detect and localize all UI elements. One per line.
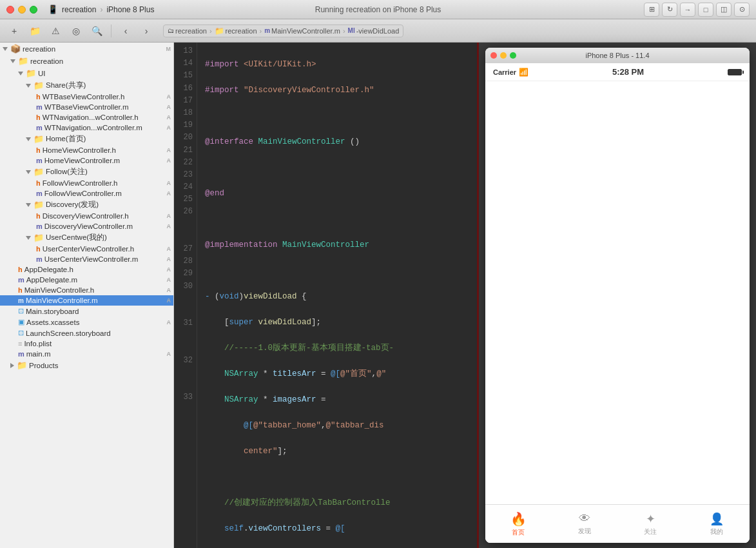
sidebar-item-DiscoveryViewController-m[interactable]: m DiscoveryViewController.m A	[0, 221, 173, 231]
title-bar-right[interactable]: ⊞ ↻ → □ ◫ ⊙	[644, 3, 756, 17]
search-button[interactable]: 🔍	[88, 22, 106, 40]
code-line-24: //-----1.0版本更新-基本项目搭建-tab页-	[205, 342, 471, 355]
root-label: recreation	[23, 45, 166, 53]
folder-button[interactable]: 📁	[26, 22, 44, 40]
sidebar-item-UserCenterViewController-m[interactable]: m UserCenterViewController.m A	[0, 254, 173, 264]
sidebar-item-MainViewController-m[interactable]: m MainViewController.m A	[0, 295, 173, 306]
m-icon: m	[18, 297, 24, 304]
minimize-button[interactable]	[18, 6, 26, 14]
sim-close-button[interactable]	[490, 52, 497, 59]
sim-max-button[interactable]	[510, 52, 516, 59]
sidebar-item-UserCenterViewController-h[interactable]: h UserCenterViewController.h A	[0, 244, 173, 254]
sim-controls[interactable]	[490, 52, 516, 59]
sidebar-item-LaunchScreen-storyboard[interactable]: ⊡ LaunchScreen.storyboard	[0, 328, 173, 338]
sidebar-item-group-usercenter[interactable]: 📁 UserCentwe(我的)	[0, 231, 173, 244]
expand-icon[interactable]	[26, 170, 31, 174]
sidebar-item-group-ui[interactable]: 📁 UI	[0, 67, 173, 79]
m-icon: m	[36, 255, 43, 263]
folder-icon: 📁	[17, 360, 27, 370]
tab-discovery-icon: 👁	[579, 512, 590, 525]
carrier-text: Carrier	[493, 68, 516, 76]
code-line-29: self.viewControllers = @[	[205, 522, 471, 535]
code-content: 13 14 15 16 17 18 19 20 21 22 23 24 25 2…	[174, 43, 479, 548]
sidebar-item-group-discovery[interactable]: 📁 Discovery(发现)	[0, 199, 173, 211]
time-text: 5:28 PM	[612, 67, 644, 77]
expand-icon[interactable]	[18, 72, 23, 75]
sidebar-item-AppDelegate-m[interactable]: m AppDelegate.m A	[0, 275, 173, 285]
file-UserCenterViewController-h-label: UserCenterViewController.h	[43, 245, 167, 253]
expand-icon[interactable]	[26, 203, 31, 207]
assistant-editor-button[interactable]: ⊙	[734, 3, 750, 17]
expand-icon[interactable]	[26, 137, 31, 141]
group-ui-label: UI	[38, 70, 173, 77]
maximize-button[interactable]	[30, 6, 37, 14]
add-file-button[interactable]: +	[5, 22, 23, 40]
expand-icon[interactable]	[10, 59, 15, 63]
expand-icon[interactable]	[26, 236, 31, 240]
folder-icon: 📁	[18, 56, 28, 66]
code-lines[interactable]: #import <UIKit/UIKit.h> #import "Discove…	[197, 43, 479, 548]
window-controls[interactable]	[0, 6, 37, 14]
sidebar-item-Main-storyboard[interactable]: ⊡ Main.storyboard	[0, 306, 173, 317]
sidebar-item-root-recreation[interactable]: 📦 recreation M	[0, 43, 173, 55]
iphone-tabbar[interactable]: 🔥 首页 👁 发现 ✦ 关注 👤 我的	[485, 504, 750, 543]
breadcrumb-part-1: recreation	[175, 27, 207, 35]
tab-discovery[interactable]: 👁 发现	[552, 512, 618, 536]
sidebar-item-group-home[interactable]: 📁 Home(首页)	[0, 133, 173, 145]
tab-follow-icon: ✦	[646, 512, 655, 526]
sidebar-item-MainViewController-h[interactable]: h MainViewController.h A	[0, 285, 173, 295]
sidebar-item-DiscoveryViewController-h[interactable]: h DiscoveryViewController.h A	[0, 211, 173, 221]
sidebar-item-Info-plist[interactable]: ≡ Info.plist	[0, 338, 173, 349]
simulator-window: iPhone 8 Plus - 11.4 Carrier 📶 5:28 PM	[485, 48, 750, 543]
h-icon: h	[18, 266, 23, 273]
sidebar-item-group-follow[interactable]: 📁 Follow(关注)	[0, 166, 173, 178]
breadcrumb[interactable]: 🗂 recreation › 📁 recreation › m MainView…	[163, 24, 403, 37]
code-editor[interactable]: 13 14 15 16 17 18 19 20 21 22 23 24 25 2…	[174, 43, 479, 548]
file-Assets-xcassets-label: Assets.xcassets	[26, 318, 167, 326]
sidebar-item-WTBaseViewController-m[interactable]: m WTBaseViewController.m A	[0, 102, 173, 112]
assets-icon: ▣	[18, 318, 24, 326]
split-editor-button[interactable]: ◫	[716, 3, 732, 17]
group-share-label: Share(共享)	[46, 81, 173, 90]
project-name: recreation	[62, 5, 96, 14]
sidebar-item-group-products[interactable]: 📁 Products	[0, 359, 173, 371]
tab-me[interactable]: 👤 我的	[684, 512, 750, 536]
sidebar-item-WTNavigation-m[interactable]: m WTNavigation...wController.m A	[0, 122, 173, 133]
sidebar-item-Assets-xcassets[interactable]: ▣ Assets.xcassets A	[0, 317, 173, 328]
split-view-button[interactable]: ⊞	[644, 3, 659, 17]
sidebar-item-FollowViewController-m[interactable]: m FollowViewController.m A	[0, 188, 173, 199]
code-line-22: - (void)viewDidLoad {	[205, 290, 471, 303]
sidebar-item-WTBaseViewController-h[interactable]: h WTBaseViewController.h A	[0, 92, 173, 102]
sidebar-item-main-m[interactable]: m main.m A	[0, 349, 173, 359]
sim-min-button[interactable]	[500, 52, 507, 59]
h-icon: h	[36, 146, 41, 154]
sidebar-item-HomeViewController-m[interactable]: m HomeViewController.m A	[0, 155, 173, 166]
expand-icon[interactable]	[3, 47, 8, 51]
reload-button[interactable]: ↻	[662, 3, 677, 17]
single-pane-button[interactable]: □	[698, 3, 713, 17]
code-line-26: NSArray * imagesArr =	[205, 393, 471, 406]
sidebar-item-AppDelegate-h[interactable]: h AppDelegate.h A	[0, 264, 173, 275]
nav-forward-button[interactable]: ›	[137, 22, 155, 40]
iphone-content	[485, 81, 750, 504]
code-line-15	[205, 110, 471, 122]
expand-icon[interactable]	[26, 84, 31, 88]
sidebar-item-WTNavigation-h[interactable]: h WTNavigation...wController.h A	[0, 112, 173, 122]
nav-back-button[interactable]: ‹	[117, 22, 135, 40]
tab-home[interactable]: 🔥 首页	[485, 511, 552, 537]
tab-follow[interactable]: ✦ 关注	[617, 512, 684, 536]
folder-icon: 📁	[34, 134, 44, 144]
forward-button[interactable]: →	[680, 3, 695, 17]
filter-button[interactable]: ◎	[67, 22, 85, 40]
sidebar-item-FollowViewController-h[interactable]: h FollowViewController.h A	[0, 178, 173, 188]
file-LaunchScreen-storyboard-label: LaunchScreen.storyboard	[26, 329, 173, 337]
breadcrumb-sep-2: ›	[260, 27, 262, 35]
collapse-icon[interactable]	[10, 363, 14, 368]
code-line-21	[205, 264, 471, 277]
sidebar-item-group-recreation[interactable]: 📁 recreation	[0, 55, 173, 67]
title-separator: ›	[100, 5, 102, 14]
warning-button[interactable]: ⚠	[46, 22, 64, 40]
sidebar-item-group-share[interactable]: 📁 Share(共享)	[0, 79, 173, 92]
sidebar-item-HomeViewController-h[interactable]: h HomeViewController.h A	[0, 145, 173, 155]
close-button[interactable]	[6, 6, 14, 14]
